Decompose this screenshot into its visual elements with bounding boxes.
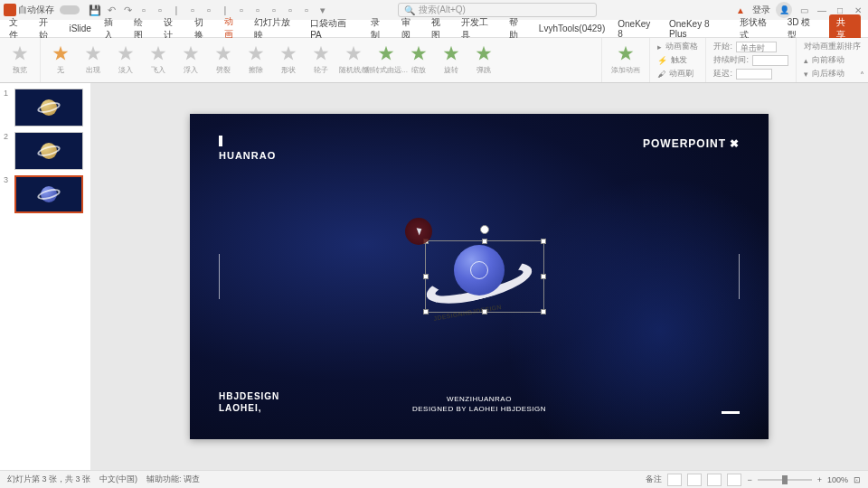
view-reading-icon[interactable] (707, 474, 722, 486)
anim-bounce[interactable]: 弹跳 (469, 44, 498, 76)
fit-icon[interactable]: ⊡ (854, 475, 861, 484)
duration-input[interactable] (752, 55, 788, 66)
collapse-ribbon-icon[interactable]: ˄ (860, 70, 864, 80)
slide-thumb-selected[interactable] (14, 175, 83, 213)
decor-line (219, 254, 220, 299)
anim-none[interactable]: 无 (46, 44, 75, 76)
move-earlier-button[interactable]: ▴向前移动 (804, 54, 861, 66)
save-icon[interactable]: 💾 (89, 4, 101, 16)
add-animation-button[interactable]: 添加动画 (609, 44, 642, 76)
x-icon: ✖ (730, 137, 740, 150)
slide-bottomcenter-text: WENZIHUANRAODESIGNED BY LAOHEI HBJDESIGN (412, 394, 546, 414)
anim-wipe[interactable]: 擦除 (241, 44, 270, 76)
anim-zoom[interactable]: 缩放 (404, 44, 433, 76)
notes-button[interactable]: 备注 (646, 474, 662, 485)
tab-lvyh[interactable]: LvyhTools(0429) (537, 21, 607, 36)
reorder-label: 对动画重新排序 (804, 41, 861, 52)
resize-handle[interactable] (423, 309, 429, 314)
slide-thumb[interactable] (14, 89, 83, 127)
preview-button[interactable]: 预览 (5, 44, 34, 76)
status-accessibility[interactable]: 辅助功能: 调查 (146, 474, 200, 485)
anim-grow[interactable]: 翻转式由远... (372, 44, 401, 76)
selection-box[interactable] (425, 240, 544, 313)
view-slideshow-icon[interactable] (727, 474, 741, 486)
accent-bar (219, 136, 222, 146)
anim-spin[interactable]: 旋转 (437, 44, 466, 76)
slide-canvas[interactable]: HUANRAO POWERPOINT✖ HBJDESIGNLAOHEI, WEN… (90, 83, 868, 470)
slide-topleft-text: HUANRAO (219, 150, 276, 161)
delay-label: 延迟: (713, 68, 732, 80)
resize-handle[interactable] (541, 239, 546, 244)
anim-randombars[interactable]: 随机线条 (339, 44, 368, 76)
status-lang[interactable]: 中文(中国) (99, 474, 137, 485)
decor-bar (722, 411, 740, 414)
anim-shape[interactable]: 形状 (274, 44, 303, 76)
thumb-number: 2 (4, 132, 11, 170)
move-later-button[interactable]: ▾向后移动 (804, 68, 861, 80)
resize-handle[interactable] (541, 274, 546, 279)
animation-pane-button[interactable]: ▸动画窗格 (657, 41, 698, 52)
status-slide-info: 幻灯片第 3 张，共 3 张 (7, 474, 90, 485)
thumb-number: 3 (4, 175, 11, 213)
zoom-out-icon[interactable]: − (747, 475, 751, 484)
resize-handle[interactable] (482, 239, 487, 244)
rotate-handle[interactable] (480, 225, 489, 234)
thumb-number: 1 (4, 89, 11, 127)
zoom-level[interactable]: 100% (827, 475, 848, 484)
anim-split[interactable]: 劈裂 (209, 44, 238, 76)
start-label: 开始: (713, 41, 732, 52)
animation-painter-button[interactable]: 🖌动画刷 (657, 68, 698, 80)
autosave-toggle[interactable] (60, 5, 80, 14)
zoom-slider[interactable] (758, 479, 812, 481)
slide-topright-text: POWERPOINT✖ (643, 137, 740, 150)
delay-input[interactable] (736, 69, 772, 80)
resize-handle[interactable] (482, 309, 487, 314)
start-dropdown[interactable]: 单击时 (736, 42, 777, 52)
resize-handle[interactable] (541, 309, 546, 314)
anim-float[interactable]: 浮入 (176, 44, 205, 76)
anim-flyin[interactable]: 飞入 (144, 44, 173, 76)
anim-wheel[interactable]: 轮子 (307, 44, 335, 76)
anim-fade[interactable]: 淡入 (111, 44, 140, 76)
view-normal-icon[interactable] (667, 474, 682, 486)
resize-handle[interactable] (423, 274, 429, 279)
tab-islide[interactable]: iSlide (67, 21, 92, 36)
slide-bottomleft-text: HBJDESIGNLAOHEI, (219, 390, 279, 414)
zoom-in-icon[interactable]: + (817, 475, 822, 484)
slide: HUANRAO POWERPOINT✖ HBJDESIGNLAOHEI, WEN… (190, 114, 769, 439)
duration-label: 持续时间: (713, 54, 749, 66)
trigger-button[interactable]: ⚡触发 (657, 54, 698, 66)
anim-appear[interactable]: 出现 (79, 44, 108, 76)
slide-thumb[interactable] (14, 132, 83, 170)
view-sorter-icon[interactable] (687, 474, 702, 486)
cursor-indicator (405, 218, 432, 245)
slide-thumbnails: 1 2 3 (0, 83, 90, 470)
decor-line (739, 254, 740, 299)
